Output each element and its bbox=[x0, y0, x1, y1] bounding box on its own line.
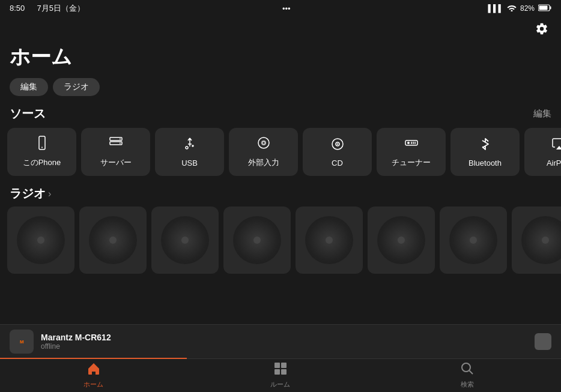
sources-title: ソース bbox=[10, 106, 46, 122]
radio-item[interactable] bbox=[440, 207, 507, 274]
svg-point-14 bbox=[336, 143, 338, 144]
source-label-tuner: チューナー bbox=[392, 157, 431, 168]
usb-icon bbox=[183, 137, 197, 155]
source-label-airplay: AirPlay bbox=[547, 158, 561, 167]
source-item-airplay[interactable]: AirPlay bbox=[524, 128, 561, 176]
device-logo-text: M bbox=[20, 339, 23, 345]
cd-icon bbox=[330, 137, 345, 155]
device-status: offline bbox=[41, 342, 535, 351]
svg-point-16 bbox=[407, 142, 410, 144]
radio-item[interactable] bbox=[223, 207, 291, 274]
signal-icon: ▌▌▌ bbox=[488, 4, 503, 13]
source-item-external[interactable]: 外部入力 bbox=[229, 128, 298, 176]
svg-rect-1 bbox=[550, 6, 551, 9]
radio-item[interactable] bbox=[368, 207, 435, 274]
sources-section-header: ソース 編集 bbox=[0, 103, 561, 128]
tab-indicator bbox=[0, 358, 187, 359]
page-title: ホーム bbox=[0, 41, 561, 76]
radio-item[interactable] bbox=[151, 207, 219, 274]
svg-rect-22 bbox=[281, 363, 287, 368]
radio-item[interactable] bbox=[79, 207, 147, 274]
external-icon bbox=[256, 136, 271, 154]
svg-point-4 bbox=[41, 147, 43, 148]
page-header bbox=[0, 17, 561, 41]
phone-icon bbox=[35, 136, 49, 154]
svg-marker-20 bbox=[556, 146, 562, 149]
search-icon bbox=[461, 362, 474, 379]
home-icon bbox=[86, 362, 101, 379]
source-grid: このPhone サーバー USB bbox=[0, 128, 561, 176]
source-item-server[interactable]: サーバー bbox=[81, 128, 150, 176]
svg-rect-23 bbox=[274, 369, 280, 375]
sources-edit-button[interactable]: 編集 bbox=[533, 108, 551, 119]
status-bar: 8:50 7月5日（金） ••• ▌▌▌ 82% bbox=[0, 0, 561, 17]
radio-grid bbox=[0, 207, 561, 274]
device-info: Marantz M-CR612 offline bbox=[41, 333, 535, 351]
device-toggle-button[interactable] bbox=[535, 333, 551, 350]
radio-chevron-icon: › bbox=[48, 188, 51, 199]
svg-line-26 bbox=[470, 371, 473, 375]
device-logo: M bbox=[10, 330, 34, 354]
source-label-phone: このPhone bbox=[23, 157, 61, 168]
wifi-icon bbox=[507, 4, 517, 13]
radio-title: ラジオ bbox=[10, 185, 46, 202]
source-item-cd[interactable]: CD bbox=[303, 128, 372, 176]
bluetooth-icon bbox=[479, 137, 491, 155]
source-item-phone[interactable]: このPhone bbox=[7, 128, 76, 176]
tab-bar: ホーム ルーム 検索 bbox=[0, 358, 561, 392]
settings-button[interactable] bbox=[532, 19, 551, 38]
time-text: 8:50 bbox=[10, 4, 25, 13]
source-label-usb: USB bbox=[181, 158, 198, 167]
svg-rect-24 bbox=[281, 369, 287, 375]
source-item-usb[interactable]: USB bbox=[155, 128, 224, 176]
airplay-icon bbox=[552, 137, 562, 155]
device-bar: M Marantz M-CR612 offline bbox=[0, 324, 561, 358]
battery-icon bbox=[538, 4, 551, 13]
device-name: Marantz M-CR612 bbox=[41, 333, 535, 342]
radio-item[interactable] bbox=[296, 207, 363, 274]
status-dots: ••• bbox=[282, 4, 291, 13]
radio-tab-button[interactable]: ラジオ bbox=[53, 78, 100, 96]
svg-point-8 bbox=[120, 143, 121, 144]
tuner-icon bbox=[404, 136, 419, 154]
svg-point-11 bbox=[262, 142, 264, 144]
svg-rect-2 bbox=[539, 5, 548, 10]
tab-bar-search[interactable]: 検索 bbox=[374, 359, 561, 392]
status-indicators: ▌▌▌ 82% bbox=[488, 4, 551, 13]
radio-item[interactable] bbox=[512, 207, 561, 274]
svg-point-25 bbox=[462, 363, 470, 372]
radio-section-header[interactable]: ラジオ › bbox=[0, 176, 561, 207]
tab-bar-search-label: 検索 bbox=[461, 380, 474, 389]
tab-bar-home[interactable]: ホーム bbox=[0, 359, 187, 392]
tab-bar-rooms-label: ルーム bbox=[270, 380, 290, 389]
svg-point-7 bbox=[120, 139, 121, 140]
battery-text: 82% bbox=[520, 4, 535, 13]
radio-item[interactable] bbox=[7, 207, 74, 274]
date-text: 7月5日（金） bbox=[37, 4, 85, 13]
source-label-bluetooth: Bluetooth bbox=[469, 158, 502, 167]
tab-bar-rooms[interactable]: ルーム bbox=[187, 359, 374, 392]
source-item-bluetooth[interactable]: Bluetooth bbox=[450, 128, 520, 176]
source-label-server: サーバー bbox=[100, 157, 132, 168]
source-item-tuner[interactable]: チューナー bbox=[377, 128, 446, 176]
edit-tab-button[interactable]: 編集 bbox=[10, 78, 48, 96]
source-label-cd: CD bbox=[332, 158, 343, 167]
svg-rect-21 bbox=[274, 363, 280, 368]
rooms-icon bbox=[274, 362, 287, 379]
filter-tabs: 編集 ラジオ bbox=[0, 76, 561, 103]
status-time: 8:50 7月5日（金） bbox=[10, 3, 85, 14]
tab-bar-home-label: ホーム bbox=[83, 380, 103, 389]
server-icon bbox=[109, 136, 123, 154]
source-label-external: 外部入力 bbox=[248, 157, 279, 168]
